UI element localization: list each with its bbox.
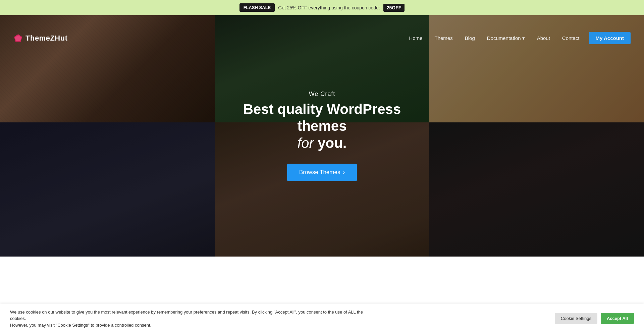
logo-link[interactable]: ThemeZHut [13,34,68,43]
hero-cell-4 [0,122,215,257]
hero-headline: Best quality WordPress themes for you. [235,101,409,152]
nav-themes[interactable]: Themes [429,33,459,44]
nav-about[interactable]: About [531,33,556,44]
hero-section: ThemeZHut Home Themes Blog Documentation… [0,15,644,257]
hero-cell-6 [429,122,644,257]
browse-themes-arrow-icon: › [343,169,345,176]
browse-themes-button[interactable]: Browse Themes › [287,164,357,181]
nav-blog[interactable]: Blog [459,33,481,44]
nav-documentation[interactable]: Documentation ▾ [481,33,531,44]
flash-sale-badge: FLASH SALE [239,3,275,12]
banner-message: Get 25% OFF everything using the coupon … [278,5,380,10]
hero-craft-text: We Craft [235,91,409,98]
hero-headline-for: for [297,135,314,151]
nav-contact[interactable]: Contact [556,33,586,44]
hero-content: We Craft Best quality WordPress themes f… [235,91,409,181]
logo-icon [13,34,23,43]
top-banner: FLASH SALE Get 25% OFF everything using … [0,0,644,15]
browse-themes-label: Browse Themes [299,169,340,176]
hero-headline-part1: Best quality WordPress themes [243,101,401,134]
hero-headline-you: you. [318,135,346,151]
dropdown-chevron-icon: ▾ [522,35,525,41]
nav-home[interactable]: Home [403,33,429,44]
coupon-code: 25OFF [383,4,405,12]
main-nav: ThemeZHut Home Themes Blog Documentation… [0,27,644,49]
logo-text: ThemeZHut [25,34,68,43]
my-account-button[interactable]: My Account [589,32,631,44]
nav-links: Home Themes Blog Documentation ▾ About C… [403,32,631,44]
nav-documentation-label: Documentation [487,35,521,41]
